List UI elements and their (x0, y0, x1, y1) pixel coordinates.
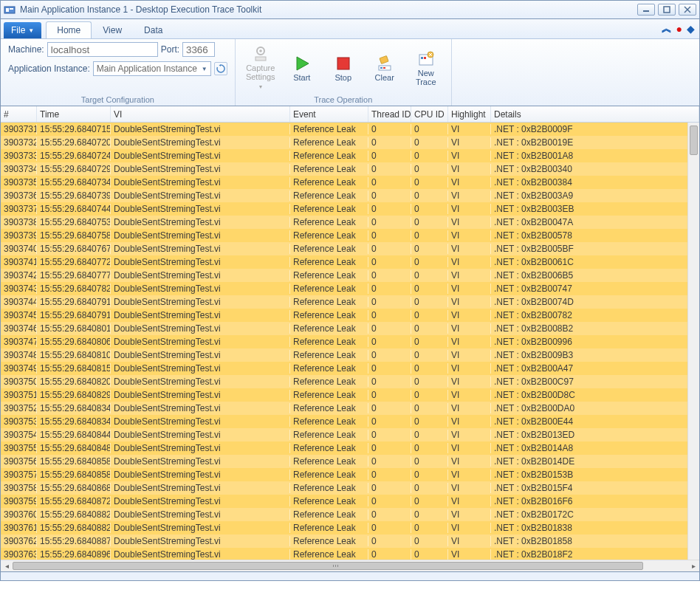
table-row[interactable]: 390374815:55:29.6840810DoubleSentStremin… (1, 348, 699, 362)
table-row[interactable]: 390375115:55:29.6840829DoubleSentStremin… (1, 388, 699, 402)
cell-hl: VI (448, 403, 491, 413)
scroll-thumb[interactable] (690, 126, 698, 155)
table-row[interactable]: 390373415:55:29.6840729DoubleSentStremin… (1, 162, 699, 176)
cell-vi: DoubleSentStremingTest.vi (111, 456, 290, 467)
cell-num: 3903738 (1, 217, 37, 227)
cell-thread: 0 (368, 350, 411, 360)
table-row[interactable]: 390373515:55:29.6840734DoubleSentStremin… (1, 176, 699, 189)
tab-home[interactable]: Home (46, 21, 92, 38)
col-header-cpu[interactable]: CPU ID (411, 106, 448, 122)
cell-details: .NET : 0xB2B01838 (491, 523, 699, 533)
close-button[interactable] (679, 4, 696, 16)
grid-body[interactable]: 390373115:55:29.6840715DoubleSentStremin… (1, 123, 699, 560)
table-row[interactable]: 390374415:55:29.6840791DoubleSentStremin… (1, 295, 699, 309)
stop-button[interactable]: Stop (326, 52, 361, 84)
table-row[interactable]: 390375015:55:29.6840820DoubleSentStremin… (1, 375, 699, 388)
cell-cpu: 0 (411, 363, 448, 374)
table-row[interactable]: 390373215:55:29.6840720DoubleSentStremin… (1, 136, 699, 149)
table-row[interactable]: 390373815:55:29.6840753DoubleSentStremin… (1, 216, 699, 229)
table-row[interactable]: 390374215:55:29.6840777DoubleSentStremin… (1, 269, 699, 282)
table-row[interactable]: 390376215:55:29.6840887DoubleSentStremin… (1, 535, 699, 548)
cell-cpu: 0 (411, 509, 448, 520)
col-header-event[interactable]: Event (290, 106, 368, 122)
table-row[interactable]: 390374515:55:29.6840791DoubleSentStremin… (1, 309, 699, 322)
cell-details: .NET : 0xB2B00384 (491, 177, 699, 188)
table-row[interactable]: 390374315:55:29.6840782DoubleSentStremin… (1, 282, 699, 295)
table-row[interactable]: 390376315:55:29.6840896DoubleSentStremin… (1, 548, 699, 560)
machine-input[interactable] (47, 42, 158, 57)
cell-vi: DoubleSentStremingTest.vi (111, 177, 290, 188)
vertical-scrollbar[interactable] (687, 123, 699, 560)
col-header-time[interactable]: Time (37, 106, 111, 122)
maximize-button[interactable] (658, 4, 676, 16)
minimize-button[interactable] (637, 4, 655, 16)
cell-num: 3903748 (1, 350, 37, 360)
cell-event: Reference Leak (290, 456, 368, 467)
col-header-details[interactable]: Details (491, 106, 699, 122)
scroll-left-arrow[interactable]: ◂ (1, 562, 13, 570)
cell-thread: 0 (368, 244, 411, 254)
titlebar: Main Application Instance 1 - Desktop Ex… (0, 0, 700, 19)
cell-num: 3903732 (1, 137, 37, 148)
cell-thread: 0 (368, 137, 411, 148)
table-row[interactable]: 390375415:55:29.6840844DoubleSentStremin… (1, 428, 699, 441)
table-row[interactable]: 390374915:55:29.6840815DoubleSentStremin… (1, 362, 699, 375)
cell-event: Reference Leak (290, 310, 368, 320)
table-row[interactable]: 390374015:55:29.6840767DoubleSentStremin… (1, 242, 699, 255)
start-button[interactable]: Start (284, 52, 320, 84)
table-row[interactable]: 390373615:55:29.6840739DoubleSentStremin… (1, 189, 699, 202)
col-header-vi[interactable]: VI (111, 106, 290, 122)
cell-cpu: 0 (411, 164, 448, 174)
table-row[interactable]: 390373115:55:29.6840715DoubleSentStremin… (1, 123, 699, 136)
cell-cpu: 0 (411, 456, 448, 467)
table-row[interactable]: 390375715:55:29.6840858DoubleSentStremin… (1, 468, 699, 481)
cell-hl: VI (448, 363, 491, 374)
new-trace-button[interactable]: New Trace (408, 47, 444, 89)
help-icon[interactable]: ◆ (687, 23, 695, 35)
cell-time: 15:55:29.6840806 (37, 337, 111, 347)
svg-rect-9 (255, 57, 266, 61)
table-row[interactable]: 390374115:55:29.6840772DoubleSentStremin… (1, 255, 699, 269)
table-row[interactable]: 390376115:55:29.6840882DoubleSentStremin… (1, 521, 699, 535)
table-row[interactable]: 390373715:55:29.6840744DoubleSentStremin… (1, 202, 699, 216)
table-row[interactable]: 390375515:55:29.6840848DoubleSentStremin… (1, 441, 699, 455)
table-row[interactable]: 390375915:55:29.6840872DoubleSentStremin… (1, 495, 699, 508)
collapse-ribbon-icon[interactable]: ︽ (662, 22, 672, 35)
svg-rect-11 (380, 56, 388, 64)
col-header-highlight[interactable]: Highlight (448, 106, 491, 122)
cell-num: 3903739 (1, 230, 37, 241)
table-row[interactable]: 390375315:55:29.6840834DoubleSentStremin… (1, 415, 699, 428)
table-row[interactable]: 390375215:55:29.6840834DoubleSentStremin… (1, 402, 699, 415)
cell-num: 3903745 (1, 310, 37, 320)
refresh-button[interactable] (214, 62, 227, 75)
scroll-right-arrow[interactable]: ▸ (687, 562, 699, 570)
scroll-thumb[interactable] (13, 562, 643, 570)
cell-hl: VI (448, 416, 491, 427)
table-row[interactable]: 390373915:55:29.6840758DoubleSentStremin… (1, 229, 699, 242)
port-input[interactable] (182, 42, 215, 57)
col-header-num[interactable]: # (1, 106, 37, 122)
horizontal-scrollbar[interactable]: ◂ ▸ (1, 560, 699, 571)
tab-view[interactable]: View (92, 21, 133, 38)
file-menu[interactable]: File▼ (4, 22, 41, 38)
table-row[interactable]: 390374715:55:29.6840806DoubleSentStremin… (1, 335, 699, 348)
appinstance-combo[interactable]: Main Application Instance ▼ (93, 61, 211, 76)
cell-event: Reference Leak (290, 297, 368, 307)
table-row[interactable]: 390375615:55:29.6840858DoubleSentStremin… (1, 455, 699, 468)
table-row[interactable]: 390373315:55:29.6840724DoubleSentStremin… (1, 149, 699, 162)
cell-details: .NET : 0xB2B00782 (491, 310, 699, 320)
cell-thread: 0 (368, 257, 411, 267)
col-header-thread[interactable]: Thread ID (368, 106, 411, 122)
table-row[interactable]: 390374615:55:29.6840801DoubleSentStremin… (1, 322, 699, 335)
tab-data[interactable]: Data (133, 21, 174, 38)
cell-time: 15:55:29.6840791 (37, 310, 111, 320)
record-indicator-icon[interactable]: ● (676, 23, 682, 35)
cell-event: Reference Leak (290, 137, 368, 148)
table-row[interactable]: 390376015:55:29.6840882DoubleSentStremin… (1, 508, 699, 521)
svg-rect-10 (337, 58, 349, 69)
capture-settings-button[interactable]: Capture Settings ▾ (243, 42, 278, 94)
svg-rect-2 (10, 8, 13, 10)
table-row[interactable]: 390375815:55:29.6840868DoubleSentStremin… (1, 481, 699, 495)
clear-button[interactable]: Clear (367, 52, 402, 84)
cell-thread: 0 (368, 470, 411, 480)
